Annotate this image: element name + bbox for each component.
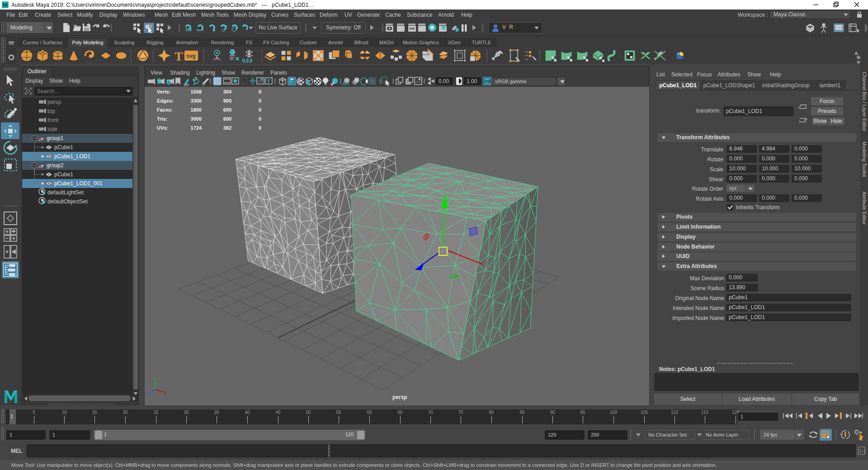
svg-text:defaultObjectSet: defaultObjectSet xyxy=(47,198,88,205)
svg-text:front: front xyxy=(47,117,59,123)
svg-text:persp: persp xyxy=(392,394,407,400)
svg-text:ON: ON xyxy=(485,79,491,84)
svg-text:persp: persp xyxy=(47,99,61,105)
svg-text:side: side xyxy=(47,126,57,132)
svg-text:defaultLightSet: defaultLightSet xyxy=(47,189,84,196)
svg-text:x: x xyxy=(164,390,166,395)
svg-text:group2: group2 xyxy=(47,162,64,169)
svg-text:pCube1: pCube1 xyxy=(54,171,73,178)
svg-text:svg: svg xyxy=(186,53,196,59)
svg-text:IPR: IPR xyxy=(410,27,415,30)
svg-text:pCube1_LOD1: pCube1_LOD1 xyxy=(54,153,90,160)
svg-text:0,0,0: 0,0,0 xyxy=(242,58,253,63)
svg-text:1.00: 1.00 xyxy=(467,78,477,85)
svg-text:0.00: 0.00 xyxy=(439,78,449,85)
svg-text:group1: group1 xyxy=(47,135,64,141)
svg-text:pCube1: pCube1 xyxy=(54,144,73,150)
svg-text:z: z xyxy=(146,392,148,396)
svg-text:T: T xyxy=(175,49,183,63)
svg-text:T: T xyxy=(267,79,270,84)
svg-text:{;}: {;} xyxy=(859,449,866,454)
svg-text:y: y xyxy=(155,376,157,381)
svg-text:top: top xyxy=(47,108,55,114)
svg-text:pCube1_LOD1_001: pCube1_LOD1_001 xyxy=(54,180,103,187)
